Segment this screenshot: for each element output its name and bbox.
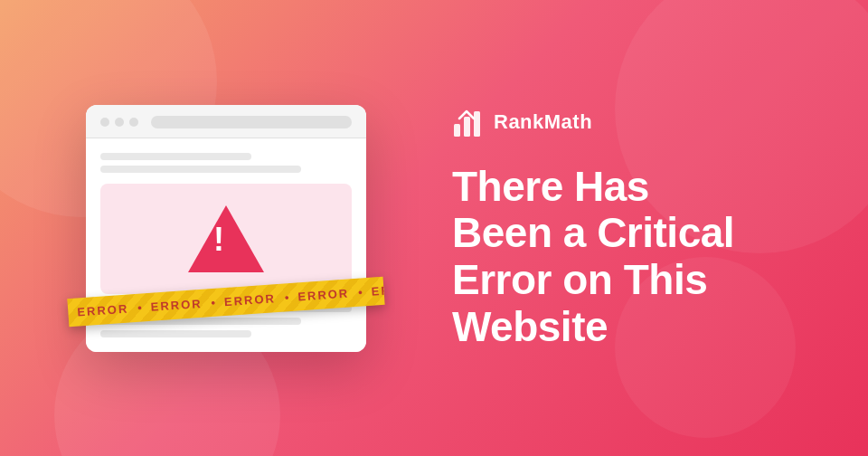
rankmath-logo-icon xyxy=(452,106,485,138)
content-line-1 xyxy=(100,153,251,160)
browser-dot-3 xyxy=(129,118,138,127)
brand-name-text: RankMath xyxy=(494,110,592,134)
headline-line2: Been a Critical xyxy=(452,209,734,256)
headline-text: There Has Been a Critical Error on This … xyxy=(452,164,823,350)
left-illustration: ERROR • ERROR • ERROR • ERROR • ERROR • xyxy=(0,105,416,352)
svg-rect-2 xyxy=(474,111,480,137)
headline-line3: Error on This xyxy=(452,256,707,303)
browser-url-bar xyxy=(151,116,352,128)
page-background: ERROR • ERROR • ERROR • ERROR • ERROR • xyxy=(0,0,868,456)
svg-rect-1 xyxy=(464,117,470,137)
headline-line1: There Has xyxy=(452,163,649,210)
warning-triangle-icon xyxy=(188,205,264,272)
browser-mockup: ERROR • ERROR • ERROR • ERROR • ERROR • xyxy=(86,105,366,352)
svg-rect-0 xyxy=(454,124,460,137)
browser-header xyxy=(86,105,366,138)
content-line-2 xyxy=(100,166,301,173)
browser-dot-2 xyxy=(115,118,124,127)
brand-header: RankMath xyxy=(452,106,823,138)
browser-content-top xyxy=(100,153,352,173)
right-content: RankMath There Has Been a Critical Error… xyxy=(434,70,868,386)
headline-line4: Website xyxy=(452,303,608,350)
error-warning-box xyxy=(100,184,352,294)
content-line-5 xyxy=(100,330,251,337)
browser-dot-1 xyxy=(100,118,109,127)
